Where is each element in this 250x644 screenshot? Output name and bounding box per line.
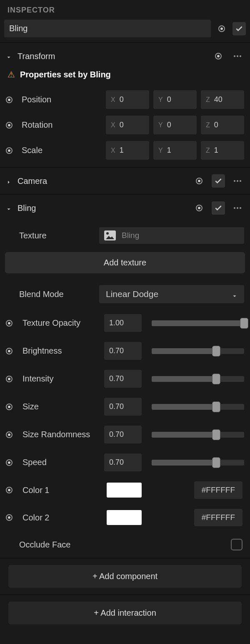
rotation-keyframe-icon[interactable] — [6, 122, 12, 129]
slider-keyframe-icon[interactable] — [6, 320, 12, 327]
slider-row: Size 0.70 — [0, 393, 250, 421]
slider-keyframe-icon[interactable] — [6, 431, 12, 438]
bling-header[interactable]: Bling — [0, 195, 250, 221]
slider-value-input[interactable]: 0.70 — [104, 398, 142, 416]
bling-radio-icon[interactable] — [192, 201, 206, 215]
bling-enable-toggle[interactable] — [212, 201, 225, 215]
add-texture-button[interactable]: Add texture — [5, 252, 245, 273]
slider-value-input[interactable]: 1.00 — [104, 314, 142, 332]
add-component-section: + Add component — [0, 558, 250, 588]
scale-x-input[interactable]: X1 — [106, 141, 149, 160]
blend-mode-row: Blend Mode Linear Dodge — [0, 279, 250, 309]
object-enable-toggle[interactable] — [232, 22, 246, 35]
bling-more-icon[interactable] — [231, 201, 244, 215]
color2-swatch[interactable] — [107, 510, 142, 525]
slider-keyframe-icon[interactable] — [6, 404, 12, 410]
scale-y-input[interactable]: Y1 — [153, 141, 197, 160]
rotation-x-input[interactable]: X0 — [106, 116, 149, 134]
camera-enable-toggle[interactable] — [212, 174, 225, 188]
slider-thumb[interactable] — [212, 401, 220, 412]
position-y-input[interactable]: Y0 — [153, 90, 197, 109]
slider-row: Texture Opacity 1.00 — [0, 309, 250, 337]
position-x-input[interactable]: X0 — [106, 90, 149, 109]
add-interaction-button[interactable]: + Add interaction — [8, 602, 242, 624]
slider-row: Brightness 0.70 — [0, 337, 250, 365]
slider-track[interactable] — [152, 320, 244, 326]
position-keyframe-icon[interactable] — [6, 97, 12, 103]
warning-text: Properties set by Bling — [20, 70, 111, 79]
slider-value-input[interactable]: 0.70 — [104, 370, 142, 388]
transform-title: Transform — [18, 52, 206, 61]
transform-radio-icon[interactable] — [212, 50, 225, 63]
slider-track[interactable] — [152, 348, 244, 354]
color1-swatch[interactable] — [107, 483, 142, 498]
slider-thumb[interactable] — [212, 457, 220, 468]
slider-label: Speed — [20, 458, 100, 467]
slider-thumb[interactable] — [212, 346, 220, 357]
panel-title: INSPECTOR — [0, 0, 250, 20]
texture-picker[interactable]: Bling — [99, 227, 244, 244]
rotation-z-input[interactable]: Z0 — [201, 116, 244, 134]
camera-section: Camera — [0, 167, 250, 194]
camera-title: Camera — [18, 176, 187, 186]
slider-value-input[interactable]: 0.70 — [104, 426, 142, 443]
slider-row: Speed 0.70 — [0, 448, 250, 476]
scale-keyframe-icon[interactable] — [6, 147, 12, 154]
slider-track[interactable] — [152, 404, 244, 410]
scale-z-input[interactable]: Z1 — [201, 141, 244, 160]
add-component-button[interactable]: + Add component — [8, 565, 242, 588]
slider-thumb[interactable] — [212, 374, 220, 384]
color2-keyframe-icon[interactable] — [6, 514, 12, 521]
slider-thumb[interactable] — [240, 318, 248, 329]
camera-header[interactable]: Camera — [0, 168, 250, 194]
transform-header[interactable]: Transform — [0, 43, 250, 69]
blend-mode-value: Linear Dodge — [106, 289, 158, 299]
bling-section: Bling Texture Bling Add texture Blend Mo… — [0, 194, 250, 558]
position-row: Position X0 Y0 Z40 — [0, 87, 250, 112]
camera-more-icon[interactable] — [231, 174, 244, 188]
slider-value-input[interactable]: 0.70 — [104, 342, 142, 360]
color2-row: Color 2 #FFFFFF — [0, 504, 250, 531]
blend-mode-label: Blend Mode — [19, 290, 94, 299]
transform-section: Transform ⚠ Properties set by Bling Posi… — [0, 42, 250, 167]
object-name-row — [0, 20, 250, 42]
slider-label: Brightness — [20, 346, 100, 356]
camera-radio-icon[interactable] — [192, 174, 206, 188]
rotation-y-input[interactable]: Y0 — [153, 116, 197, 134]
occlude-face-checkbox[interactable] — [231, 539, 242, 550]
rotation-row: Rotation X0 Y0 Z0 — [0, 112, 250, 138]
position-z-input[interactable]: Z40 — [201, 90, 244, 109]
chevron-down-icon — [232, 291, 238, 297]
texture-label: Texture — [19, 231, 94, 240]
slider-thumb[interactable] — [212, 429, 220, 440]
color1-keyframe-icon[interactable] — [6, 487, 12, 493]
slider-value-input[interactable]: 0.70 — [104, 453, 142, 471]
scale-label: Scale — [19, 146, 102, 155]
transform-warning: ⚠ Properties set by Bling — [0, 69, 250, 87]
slider-track[interactable] — [152, 460, 244, 466]
transform-more-icon[interactable] — [231, 50, 244, 63]
slider-keyframe-icon[interactable] — [6, 348, 12, 354]
warning-icon: ⚠ — [8, 69, 15, 79]
rotation-label: Rotation — [19, 120, 102, 130]
chevron-down-icon — [6, 205, 12, 211]
object-name-input[interactable] — [4, 20, 211, 37]
blend-mode-dropdown[interactable]: Linear Dodge — [99, 285, 244, 303]
slider-track[interactable] — [152, 376, 244, 382]
color2-hex[interactable]: #FFFFFF — [194, 509, 242, 526]
slider-keyframe-icon[interactable] — [6, 376, 12, 382]
slider-row: Size Randomness 0.70 — [0, 421, 250, 448]
slider-row: Intensity 0.70 — [0, 365, 250, 393]
slider-label: Texture Opacity — [20, 318, 100, 328]
slider-track[interactable] — [152, 432, 244, 438]
color1-hex[interactable]: #FFFFFF — [194, 481, 242, 499]
slider-label: Size — [20, 402, 100, 411]
slider-keyframe-icon[interactable] — [6, 459, 12, 466]
scale-row: Scale X1 Y1 Z1 — [0, 138, 250, 167]
slider-label: Intensity — [20, 374, 100, 384]
bling-title: Bling — [18, 203, 187, 213]
slider-label: Size Randomness — [20, 430, 100, 439]
color1-row: Color 1 #FFFFFF — [0, 476, 250, 504]
object-radio-icon[interactable] — [215, 22, 228, 35]
occlude-face-label: Occlude Face — [19, 540, 70, 550]
